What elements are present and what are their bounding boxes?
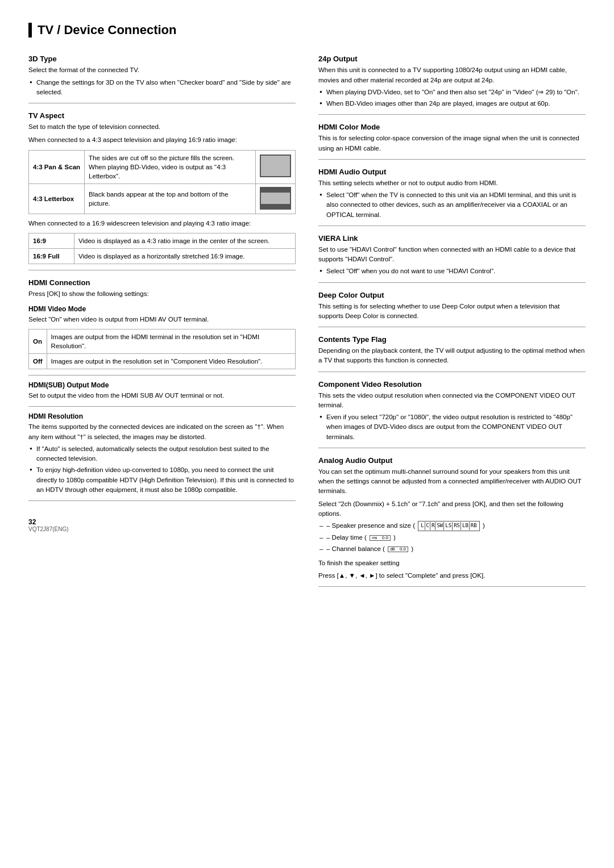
speaker-RS: RS — [453, 522, 461, 530]
divider-hdmi-color — [318, 159, 586, 160]
viera-text: Set to use "HDAVI Control" function when… — [318, 245, 586, 265]
speaker-SW: SW — [436, 522, 444, 530]
section-title-hdmi-audio: HDMI Audio Output — [318, 168, 586, 176]
cell-desc-pan-scan: The sides are cut off so the picture fil… — [85, 150, 256, 183]
finish-text: To finish the speaker setting — [318, 558, 586, 568]
analog-audio-dash3: – Channel balance ( dB 0.0 ) — [318, 544, 586, 554]
divider-tv-aspect — [28, 270, 296, 270]
component-text: This sets the video output resolution wh… — [318, 391, 586, 411]
cell-desc-off: Images are output in the resolution set … — [47, 354, 295, 369]
cell-diagram-letterbox — [256, 183, 296, 214]
video-mode-text: Select "On" when video is output from HD… — [28, 315, 296, 324]
speaker-RB: RB — [470, 522, 478, 530]
table-row: Off Images are output in the resolution … — [29, 354, 296, 369]
cell-desc-on: Images are output from the HDMI terminal… — [47, 329, 295, 353]
left-column: 3D Type Select the format of the connect… — [28, 47, 296, 592]
section-title-viera: VIERA Link — [318, 234, 586, 243]
section-title-3d-type: 3D Type — [28, 55, 296, 63]
analog-audio-dash1: – Speaker presence and size ( L C R SW L… — [318, 521, 586, 531]
subsection-title-hdmi-resolution: HDMI Resolution — [28, 412, 296, 420]
dash2-suffix: ) — [393, 534, 396, 541]
page-title: TV / Device Connection — [28, 23, 586, 37]
divider-analog-audio — [318, 586, 586, 587]
delay-time-box: ms 0.0 — [370, 535, 391, 541]
section-title-24p: 24p Output — [318, 55, 586, 63]
speaker-L: L — [420, 522, 425, 530]
24p-text: When this unit is connected to a TV supp… — [318, 65, 586, 85]
dash1-prefix: – Speaker presence and size ( — [326, 522, 415, 529]
cell-desc-16-9: Video is displayed as a 4:3 ratio image … — [74, 233, 296, 249]
speaker-C: C — [426, 522, 430, 530]
analog-audio-text2: Select "2ch (Downmix) + 5.1ch" or "7.1ch… — [318, 499, 586, 519]
channel-balance-box: dB 0.0 — [388, 546, 408, 552]
subsection-title-hdmi-sub: HDMI(SUB) Output Mode — [28, 381, 296, 389]
divider-contents-type — [318, 372, 586, 372]
contents-type-text: Depending on the playback content, the T… — [318, 346, 586, 366]
delay-ms-top: ms — [370, 535, 379, 541]
3d-type-text: Select the format of the connected TV. — [28, 65, 296, 75]
doc-code: VQT2J87(ENG) — [28, 526, 296, 532]
speaker-LS: LS — [445, 522, 453, 530]
speaker-LB: LB — [462, 522, 470, 530]
section-title-component: Component Video Resolution — [318, 380, 586, 389]
dash3-suffix: ) — [411, 545, 413, 552]
table-row: 16:9 Video is displayed as a 4:3 ratio i… — [29, 233, 296, 249]
balance-db-top: dB — [388, 546, 397, 552]
divider-3d — [28, 103, 296, 103]
hdmi-resolution-bullet2: To enjoy high-definition video up-conver… — [28, 465, 296, 495]
cell-diagram-pan — [256, 150, 296, 183]
table-row: On Images are output from the HDMI termi… — [29, 329, 296, 353]
hdmi-resolution-text: The items supported by the connected dev… — [28, 422, 296, 442]
divider-hdmi-resolution — [28, 500, 296, 501]
delay-ms-bottom: 0.0 — [380, 535, 390, 541]
divider-24p — [318, 114, 586, 115]
cell-label-off: Off — [29, 354, 47, 369]
page-number: 32 — [28, 518, 296, 526]
speaker-R: R — [431, 522, 435, 530]
viera-bullet1: Select "Off" when you do not want to use… — [318, 266, 586, 276]
dash1-suffix: ) — [483, 522, 485, 529]
table-row: 4:3 Letterbox Black bands appear at the … — [29, 183, 296, 214]
divider-hdmi-audio — [318, 226, 586, 226]
hdmi-sub-text: Set to output the video from the HDMI SU… — [28, 391, 296, 400]
cell-label-letterbox: 4:3 Letterbox — [29, 183, 85, 214]
deep-color-text: This setting is for selecting whether to… — [318, 302, 586, 322]
cell-label-16-9-full: 16:9 Full — [29, 249, 74, 264]
24p-bullet2: When BD-Video images other than 24p are … — [318, 99, 586, 108]
dash2-prefix: – Delay time ( — [326, 534, 367, 541]
cell-label-16-9: 16:9 — [29, 233, 74, 249]
divider-hdmi-sub — [28, 406, 296, 407]
component-bullet1: Even if you select "720p" or "1080i", th… — [318, 412, 586, 442]
right-column: 24p Output When this unit is connected t… — [318, 47, 586, 592]
tv-aspect-subtext2: When connected to a 16:9 widescreen tele… — [28, 219, 296, 228]
section-title-analog-audio: Analog Audio Output — [318, 456, 586, 465]
page-footer: 32 VQT2J87(ENG) — [28, 518, 296, 532]
hdmi-connection-text: Press [OK] to show the following setting… — [28, 289, 296, 299]
press-text: Press [▲, ▼, ◄, ►] to select "Complete" … — [318, 571, 586, 581]
hdmi-audio-text: This setting selects whether or not to o… — [318, 178, 586, 188]
divider-viera — [318, 282, 586, 283]
table-row: 4:3 Pan & Scan The sides are cut off so … — [29, 150, 296, 183]
tv-aspect-text: Set to match the type of television conn… — [28, 122, 296, 132]
section-title-deep-color: Deep Color Output — [318, 291, 586, 299]
section-title-hdmi-connection: HDMI Connection — [28, 278, 296, 287]
cell-label-pan-scan: 4:3 Pan & Scan — [29, 150, 85, 183]
analog-audio-dash2: – Delay time ( ms 0.0 ) — [318, 533, 586, 542]
subsection-title-video-mode: HDMI Video Mode — [28, 305, 296, 313]
hdmi-resolution-bullet1: If "Auto" is selected, automatically sel… — [28, 444, 296, 464]
section-title-contents-type: Contents Type Flag — [318, 335, 586, 344]
press-label: Press [▲, ▼, ◄, ►] to select "Complete" … — [318, 572, 485, 579]
balance-db-bottom: 0.0 — [398, 546, 408, 552]
cell-desc-letterbox: Black bands appear at the top and bottom… — [85, 183, 256, 214]
dash3-prefix: – Channel balance ( — [326, 545, 385, 552]
cell-label-on: On — [29, 329, 47, 353]
table-row: 16:9 Full Video is displayed as a horizo… — [29, 249, 296, 264]
divider-component — [318, 448, 586, 448]
divider-video-mode — [28, 375, 296, 375]
3d-type-bullet1: Change the settings for 3D on the TV als… — [28, 78, 296, 98]
divider-deep-color — [318, 327, 586, 327]
section-title-hdmi-color: HDMI Color Mode — [318, 123, 586, 131]
hdmi-audio-bullet1: Select "Off" when the TV is connected to… — [318, 190, 586, 220]
24p-bullet1: When playing DVD-Video, set to "On" and … — [318, 87, 586, 97]
analog-audio-text1: You can set the optimum multi-channel su… — [318, 467, 586, 496]
